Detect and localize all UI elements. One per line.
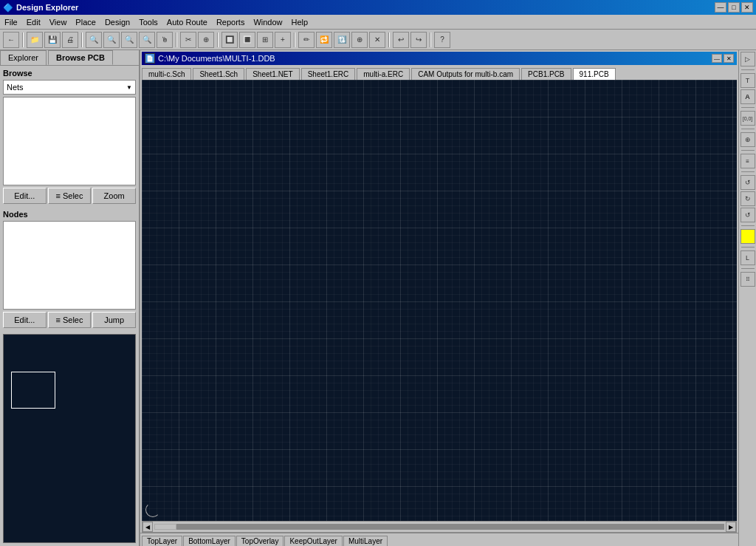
layer-tab-bottom[interactable]: BottomLayer <box>183 536 236 546</box>
browse-label: Browse <box>3 69 136 78</box>
menu-tools[interactable]: Tools <box>134 16 162 28</box>
inner-title-buttons: — ✕ <box>712 54 734 63</box>
browse-zoom-btn[interactable]: Zoom <box>92 188 136 204</box>
inner-close-btn[interactable]: ✕ <box>724 54 734 63</box>
maximize-button[interactable]: □ <box>728 2 740 13</box>
browse-actions: Edit... ≡ Selec Zoom <box>3 188 136 204</box>
inner-title-left: 📄 C:\My Documents\MULTI-1.DDB <box>145 53 275 64</box>
layer-tab-multi[interactable]: MultiLayer <box>343 536 388 546</box>
nodes-jump-btn[interactable]: Jump <box>92 312 136 328</box>
tab-multi-c-sch[interactable]: multi-c.Sch <box>142 68 191 80</box>
toolbar-print[interactable]: 🖨 <box>62 32 78 48</box>
menu-view[interactable]: View <box>45 16 72 28</box>
rt-btn-a[interactable]: A <box>740 89 755 104</box>
menu-window[interactable]: Window <box>249 16 286 28</box>
toolbar-grid[interactable]: ⊞ <box>257 32 273 48</box>
right-toolbar: ▷ T A [0,0] ⊕ ≡ ↺ ↻ ↺ L ⠿ <box>738 50 756 546</box>
toolbar-select-rect[interactable]: 🔲 <box>221 32 238 48</box>
layer-tab-keepout[interactable]: KeepOutLayer <box>284 536 343 546</box>
toolbar-zoom-4[interactable]: 🔍 <box>139 32 155 48</box>
toolbar-cross[interactable]: ⊕ <box>198 32 214 48</box>
toolbar-divider-5 <box>294 33 295 47</box>
nodes-edit-btn[interactable]: Edit... <box>3 312 47 328</box>
panel-tabs: Explorer Browse PCB <box>0 50 139 66</box>
rt-btn-coords[interactable]: [0,0] <box>740 111 755 126</box>
tab-911-pcb[interactable]: 911.PCB <box>573 68 616 80</box>
pcb-canvas[interactable] <box>142 80 737 521</box>
rt-btn-arrow[interactable]: ▷ <box>740 52 755 66</box>
rt-btn-hatch[interactable]: ≡ <box>740 154 755 168</box>
menu-reports[interactable]: Reports <box>212 16 250 28</box>
rt-btn-cross[interactable]: ⊕ <box>740 132 755 147</box>
scroll-left-btn[interactable]: ◀ <box>142 522 153 532</box>
menu-autoroute[interactable]: Auto Route <box>162 16 212 28</box>
nodes-select-btn[interactable]: ≡ Selec <box>48 312 92 328</box>
tab-sheet1-erc[interactable]: Sheet1.ERC <box>301 68 356 80</box>
scroll-track[interactable] <box>154 524 724 530</box>
rt-btn-dots[interactable]: ⠿ <box>740 272 755 287</box>
toolbar-redo[interactable]: ↪ <box>410 32 427 48</box>
tab-cam-outputs[interactable]: CAM Outputs for multi-b.cam <box>411 68 520 80</box>
nets-dropdown[interactable]: Nets ▼ <box>3 80 136 95</box>
document-tabs: multi-c.Sch Sheet1.Sch Sheet1.NET Sheet1… <box>140 66 738 80</box>
pcb-grid <box>142 80 737 521</box>
rt-btn-l[interactable]: L <box>740 250 755 265</box>
menu-design[interactable]: Design <box>100 16 134 28</box>
toolbar-remove[interactable]: ✕ <box>369 32 385 48</box>
toolbar-cursor[interactable]: 🖱 <box>157 32 173 48</box>
toolbar-pin[interactable]: ⊕ <box>351 32 368 48</box>
mini-map-viewport <box>11 372 55 409</box>
nodes-section: Nodes Edit... ≡ Selec Jump <box>0 207 139 331</box>
menu-edit[interactable]: Edit <box>22 16 45 28</box>
toolbar-undo[interactable]: ↩ <box>393 32 409 48</box>
scroll-right-btn[interactable]: ▶ <box>726 522 736 532</box>
tab-browse-pcb[interactable]: Browse PCB <box>48 50 113 65</box>
browse-select-btn[interactable]: ≡ Selec <box>48 188 92 204</box>
tab-pcb1-pcb[interactable]: PCB1.PCB <box>521 68 571 80</box>
menu-help[interactable]: Help <box>287 16 313 28</box>
nodes-label: Nodes <box>3 210 136 219</box>
toolbar-cut[interactable]: ✂ <box>180 32 196 48</box>
rt-btn-rotate3[interactable]: ↺ <box>740 208 755 222</box>
menu-place[interactable]: Place <box>71 16 100 28</box>
tab-sheet1-sch[interactable]: Sheet1.Sch <box>193 68 244 80</box>
menu-file[interactable]: File <box>0 16 22 28</box>
rt-btn-yellow[interactable] <box>740 229 755 244</box>
toolbar-zoom-in[interactable]: 🔍 <box>86 32 102 48</box>
toolbar-rotate-cw[interactable]: 🔁 <box>316 32 332 48</box>
horizontal-scrollbar[interactable]: ◀ ▶ <box>142 521 737 533</box>
rt-btn-rotate2[interactable]: ↻ <box>740 191 755 206</box>
title-bar: 🔷 Design Explorer — □ ✕ <box>0 0 756 15</box>
inner-minimize-btn[interactable]: — <box>712 54 722 63</box>
toolbar-divider-2 <box>81 33 83 47</box>
toolbar-rotate-ccw[interactable]: 🔃 <box>334 32 350 48</box>
toolbar-open[interactable]: 📁 <box>27 32 43 48</box>
toolbar-zoom-3[interactable]: 🔍 <box>121 32 137 48</box>
rt-btn-rotate1[interactable]: ↺ <box>740 175 755 190</box>
inner-window-title: C:\My Documents\MULTI-1.DDB <box>158 54 275 63</box>
close-button[interactable]: ✕ <box>741 2 753 13</box>
tab-sheet1-net[interactable]: Sheet1.NET <box>246 68 299 80</box>
browse-edit-btn[interactable]: Edit... <box>3 188 47 204</box>
toolbar-plus[interactable]: + <box>275 32 291 48</box>
toolbar-divider-6 <box>388 33 390 47</box>
app-title: Design Explorer <box>16 3 78 12</box>
nodes-list[interactable] <box>3 221 136 310</box>
toolbar-select-full[interactable]: 🔳 <box>239 32 255 48</box>
menu-bar: File Edit View Place Design Tools Auto R… <box>0 15 756 30</box>
tab-explorer[interactable]: Explorer <box>0 50 47 65</box>
toolbar-zoom-out[interactable]: 🔍 <box>103 32 120 48</box>
tab-multi-a-erc[interactable]: multi-a.ERC <box>357 68 410 80</box>
toolbar-pencil[interactable]: ✏ <box>298 32 315 48</box>
browse-section: Browse Nets ▼ Edit... ≡ Selec Zoom <box>0 66 139 207</box>
rt-btn-t[interactable]: T <box>740 73 755 88</box>
layer-tab-top[interactable]: TopLayer <box>142 536 182 546</box>
scroll-thumb[interactable] <box>154 524 176 530</box>
toolbar-help[interactable]: ? <box>434 32 450 48</box>
layer-tabs: TopLayer BottomLayer TopOverlay KeepOutL… <box>140 533 738 546</box>
toolbar-arrow[interactable]: ← <box>3 32 19 48</box>
layer-tab-top-overlay[interactable]: TopOverlay <box>236 536 284 546</box>
browse-list[interactable] <box>3 97 136 185</box>
minimize-button[interactable]: — <box>715 2 726 13</box>
toolbar-save[interactable]: 💾 <box>44 32 61 48</box>
